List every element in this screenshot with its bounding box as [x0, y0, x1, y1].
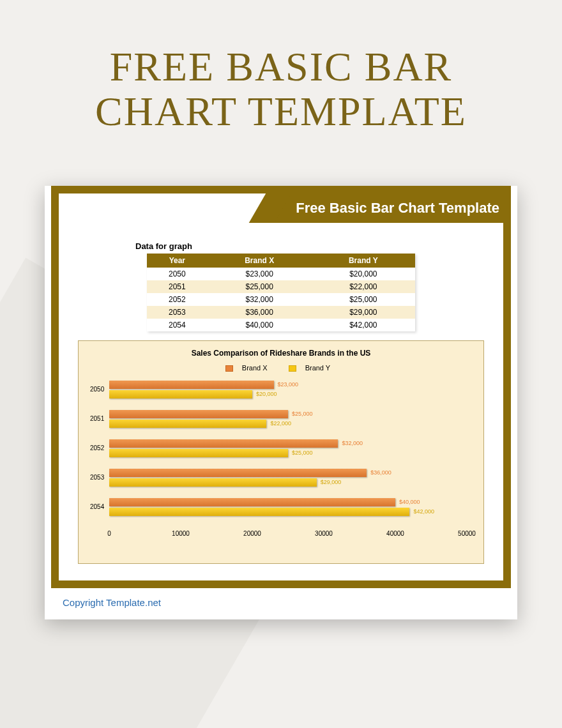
bar-brand-y: $25,000 [109, 449, 288, 457]
bar-brand-x: $32,000 [109, 439, 338, 448]
data-table: Year Brand X Brand Y 2050$23,000$20,000 … [147, 254, 415, 331]
bar-brand-y: $20,000 [109, 390, 252, 398]
cell: $36,000 [208, 306, 312, 319]
legend-swatch-x [225, 365, 233, 372]
cell: $22,000 [312, 280, 415, 293]
x-tick: 30000 [315, 530, 333, 537]
copyright-link[interactable]: Copyright Template.net [45, 588, 517, 619]
page-title: FREE BASIC BAR CHART TEMPLATE [0, 0, 562, 148]
cell: 2052 [147, 293, 208, 306]
cell: 2051 [147, 280, 208, 293]
cell: $40,000 [208, 319, 312, 331]
cell: $25,000 [208, 280, 312, 293]
cell: $20,000 [312, 268, 415, 280]
bar-value-label: $25,000 [292, 411, 313, 417]
bar-brand-x: $23,000 [109, 381, 274, 389]
bar-value-label: $42,000 [413, 508, 434, 515]
cell: $25,000 [312, 293, 415, 306]
chart: Sales Comparison of Rideshare Brands in … [78, 340, 484, 564]
x-tick: 20000 [243, 530, 261, 537]
chart-legend: Brand X Brand Y [90, 364, 472, 372]
x-tick: 10000 [172, 530, 190, 537]
cell: 2050 [147, 268, 208, 280]
col-year: Year [147, 254, 208, 268]
y-category-label: 2054 [90, 503, 104, 510]
template-card: Free Basic Bar Chart Template Data for g… [45, 186, 517, 619]
bar-value-label: $22,000 [270, 420, 291, 427]
table-row: 2050$23,000$20,000 [147, 268, 415, 280]
bar-brand-y: $42,000 [109, 508, 409, 516]
bar-value-label: $29,000 [321, 479, 342, 485]
spreadsheet-preview: Free Basic Bar Chart Template Data for g… [51, 186, 511, 588]
x-tick: 40000 [386, 530, 404, 537]
bar-value-label: $36,000 [370, 469, 391, 476]
cell: 2053 [147, 306, 208, 319]
bar-value-label: $40,000 [399, 499, 420, 505]
col-brand-y: Brand Y [312, 254, 415, 268]
y-category-label: 2052 [90, 444, 104, 451]
table-row: 2054$40,000$42,000 [147, 319, 415, 331]
cell: $32,000 [208, 293, 312, 306]
bar-brand-y: $22,000 [109, 420, 266, 428]
bar-value-label: $23,000 [278, 381, 299, 388]
cell: $29,000 [312, 306, 415, 319]
sheet-banner: Free Basic Bar Chart Template [270, 193, 511, 223]
x-tick: 50000 [458, 530, 476, 537]
cell: $42,000 [312, 319, 415, 331]
legend-swatch-y [289, 365, 296, 372]
bar-value-label: $32,000 [342, 440, 363, 446]
table-row: 2052$32,000$25,000 [147, 293, 415, 306]
bar-brand-x: $36,000 [109, 469, 367, 477]
table-label: Data for graph [135, 241, 484, 251]
bar-brand-x: $40,000 [109, 498, 395, 506]
col-brand-x: Brand X [208, 254, 312, 268]
bar-value-label: $25,000 [292, 450, 313, 456]
legend-y: Brand Y [305, 364, 331, 372]
cell: 2054 [147, 319, 208, 331]
bar-brand-x: $25,000 [109, 410, 288, 418]
bar-value-label: $20,000 [256, 391, 277, 397]
y-category-label: 2053 [90, 474, 104, 481]
plot-area: 01000020000300004000050000 2050$23,000$2… [109, 379, 472, 539]
y-category-label: 2051 [90, 415, 104, 422]
table-row: 2053$36,000$29,000 [147, 306, 415, 319]
x-tick: 0 [107, 530, 111, 537]
x-axis: 01000020000300004000050000 [109, 530, 472, 539]
bar-brand-y: $29,000 [109, 478, 317, 487]
legend-x: Brand X [242, 364, 268, 372]
table-row: 2051$25,000$22,000 [147, 280, 415, 293]
cell: $23,000 [208, 268, 312, 280]
y-category-label: 2050 [90, 386, 104, 393]
chart-title: Sales Comparison of Rideshare Brands in … [90, 349, 472, 358]
